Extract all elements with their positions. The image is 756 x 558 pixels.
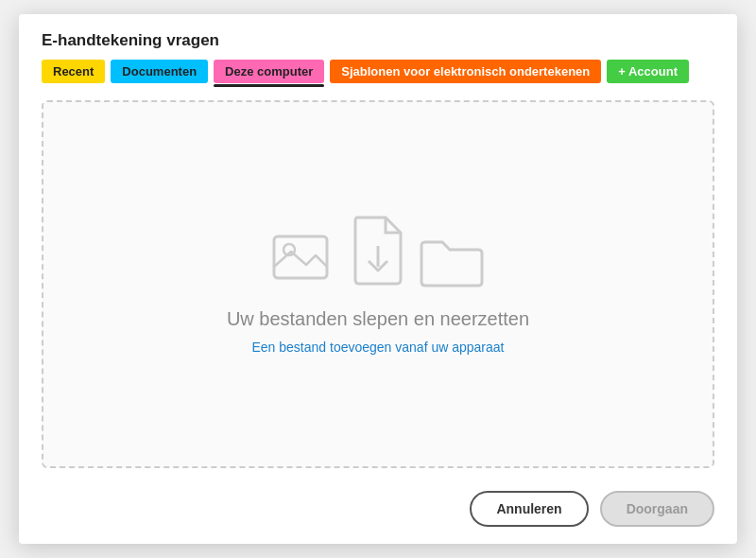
tab-wrapper-recent: Recent: [42, 60, 105, 83]
tab-wrapper-sjablonen: Sjablonen voor elektronisch ondertekenen: [330, 60, 601, 83]
drop-icons: [270, 214, 486, 289]
tab-sjablonen[interactable]: Sjablonen voor elektronisch ondertekenen: [330, 60, 601, 83]
tabs-bar: Recent Documenten Deze computer Sjablone…: [19, 60, 737, 83]
drop-zone[interactable]: Uw bestanden slepen en neerzetten Een be…: [42, 100, 714, 468]
cancel-button[interactable]: Annuleren: [470, 491, 588, 527]
image-icon: [270, 229, 338, 289]
footer: Annuleren Doorgaan: [19, 478, 737, 544]
tab-account[interactable]: + Account: [607, 60, 689, 83]
tab-wrapper-computer: Deze computer: [214, 60, 324, 83]
continue-button[interactable]: Doorgaan: [600, 491, 714, 527]
drop-text-main: Uw bestanden slepen en neerzetten: [227, 308, 529, 330]
tab-recent[interactable]: Recent: [42, 60, 105, 83]
tab-wrapper-account: + Account: [607, 60, 689, 83]
tab-documenten[interactable]: Documenten: [111, 60, 208, 83]
add-file-link[interactable]: Een bestand toevoegen vanaf uw apparaat: [252, 340, 505, 355]
tab-wrapper-documenten: Documenten: [111, 60, 208, 83]
dialog-title: E-handtekening vragen: [19, 14, 737, 60]
tab-computer[interactable]: Deze computer: [214, 60, 324, 83]
active-tab-underline: [214, 84, 324, 87]
document-icon: [348, 214, 408, 289]
dialog: E-handtekening vragen Recent Documenten …: [19, 14, 737, 544]
folder-icon: [418, 233, 486, 289]
